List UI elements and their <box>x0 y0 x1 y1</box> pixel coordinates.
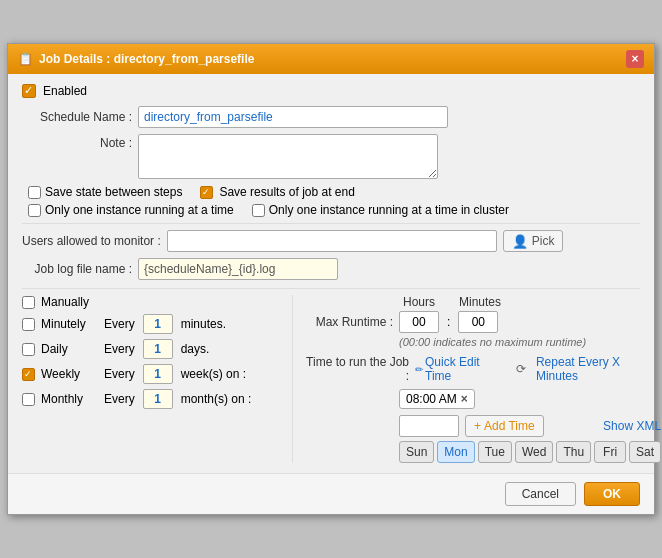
schedule-right: Hours Minutes Max Runtime : : (00:00 ind… <box>292 295 661 463</box>
daily-checkbox[interactable] <box>22 343 35 356</box>
runtime-hours-input[interactable] <box>399 311 439 333</box>
daily-every-input[interactable] <box>143 339 173 359</box>
monthly-label: Monthly <box>41 392 96 406</box>
runtime-minutes-input[interactable] <box>458 311 498 333</box>
repeat-label: Repeat Every X Minutes <box>536 355 620 383</box>
dialog-close-button[interactable]: × <box>626 50 644 68</box>
time-entry-value: 08:00 AM <box>406 392 457 406</box>
minutely-suffix: minutes. <box>181 317 226 331</box>
time-entries-container: 08:00 AM × <box>303 389 661 409</box>
day-button-sat[interactable]: Sat <box>629 441 661 463</box>
weekly-every-input[interactable] <box>143 364 173 384</box>
schedule-section: Manually Minutely Every minutes. Daily E… <box>22 295 640 463</box>
save-results-label: Save results of job at end <box>219 185 354 199</box>
day-button-fri[interactable]: Fri <box>594 441 626 463</box>
monthly-checkbox[interactable] <box>22 393 35 406</box>
minutely-checkbox[interactable] <box>22 318 35 331</box>
daily-row: Daily Every days. <box>22 339 282 359</box>
show-xml-label: Show XML <box>603 419 661 433</box>
checkboxes-row2: Only one instance running at a time Only… <box>22 203 640 217</box>
day-button-sun[interactable]: Sun <box>399 441 434 463</box>
person-icon: 👤 <box>512 234 528 249</box>
weekly-every-label: Every <box>104 367 135 381</box>
weekly-row: Weekly Every week(s) on : <box>22 364 282 384</box>
ok-button[interactable]: OK <box>584 482 640 506</box>
repeat-link[interactable]: Repeat Every X Minutes <box>536 355 661 383</box>
dialog-title: 📋 Job Details : directory_from_parsefile <box>18 52 254 66</box>
one-instance-item: Only one instance running at a time <box>28 203 234 217</box>
one-instance-cluster-checkbox[interactable] <box>252 204 265 217</box>
manually-row: Manually <box>22 295 282 309</box>
add-time-btn-label: Add Time <box>484 419 535 433</box>
add-time-row: + Add Time Show XML <box>303 415 661 437</box>
quick-edit-link[interactable]: ✏ Quick Edit Time <box>415 355 506 383</box>
enabled-row: Enabled <box>22 84 640 98</box>
log-file-label: Job log file name : <box>22 262 132 276</box>
dialog-titlebar: 📋 Job Details : directory_from_parsefile… <box>8 44 654 74</box>
minutes-col-header: Minutes <box>459 295 499 309</box>
save-results-item: Save results of job at end <box>200 185 354 199</box>
time-run-row: Time to run the Job : ✏ Quick Edit Time … <box>303 355 661 383</box>
pick-label: Pick <box>532 234 555 248</box>
pick-button[interactable]: 👤 Pick <box>503 230 564 252</box>
manually-label: Manually <box>41 295 96 309</box>
minutely-every-input[interactable] <box>143 314 173 334</box>
day-button-thu[interactable]: Thu <box>556 441 591 463</box>
users-monitor-input[interactable] <box>167 230 497 252</box>
log-file-input[interactable] <box>138 258 338 280</box>
checkboxes-row1: Save state between steps Save results of… <box>22 185 640 199</box>
schedule-name-label: Schedule Name : <box>22 110 132 124</box>
dialog-title-text: Job Details : directory_from_parsefile <box>39 52 254 66</box>
daily-every-label: Every <box>104 342 135 356</box>
note-textarea[interactable] <box>138 134 438 179</box>
add-time-button[interactable]: + Add Time <box>465 415 544 437</box>
minutely-label: Minutely <box>41 317 96 331</box>
save-state-checkbox[interactable] <box>28 186 41 199</box>
minutely-every-label: Every <box>104 317 135 331</box>
time-entry-remove[interactable]: × <box>461 392 468 406</box>
time-run-label: Time to run the Job : <box>303 355 409 383</box>
weekly-check-icon <box>22 368 35 381</box>
max-runtime-label: Max Runtime : <box>303 315 393 329</box>
time-entry-tag: 08:00 AM × <box>399 389 475 409</box>
hours-col-header: Hours <box>399 295 439 309</box>
enabled-label: Enabled <box>43 84 87 98</box>
pencil-icon: ✏ <box>415 364 423 375</box>
save-results-check-icon <box>200 186 213 199</box>
add-time-input[interactable] <box>399 415 459 437</box>
daily-suffix: days. <box>181 342 210 356</box>
log-file-row: Job log file name : <box>22 258 640 280</box>
manually-checkbox[interactable] <box>22 296 35 309</box>
runtime-col-headers: Hours Minutes <box>303 295 661 309</box>
quick-edit-label: Quick Edit Time <box>425 355 506 383</box>
one-instance-label: Only one instance running at a time <box>45 203 234 217</box>
users-monitor-label: Users allowed to monitor : <box>22 234 161 248</box>
monthly-row: Monthly Every month(s) on : <box>22 389 282 409</box>
one-instance-cluster-item: Only one instance running at a time in c… <box>252 203 509 217</box>
show-xml-link[interactable]: Show XML <box>603 419 661 433</box>
job-details-dialog: 📋 Job Details : directory_from_parsefile… <box>7 43 655 515</box>
save-state-item: Save state between steps <box>28 185 182 199</box>
runtime-hint-text: (00:00 indicates no maximum runtime) <box>399 336 586 348</box>
note-row: Note : <box>22 134 640 179</box>
users-monitor-row: Users allowed to monitor : 👤 Pick <box>22 230 640 252</box>
plus-icon: + <box>474 419 481 433</box>
schedule-name-row: Schedule Name : <box>22 106 640 128</box>
weekly-suffix: week(s) on : <box>181 367 246 381</box>
title-icon: 📋 <box>18 52 33 66</box>
cancel-button[interactable]: Cancel <box>505 482 576 506</box>
schedule-left: Manually Minutely Every minutes. Daily E… <box>22 295 282 463</box>
runtime-hint: (00:00 indicates no maximum runtime) <box>303 335 661 349</box>
dialog-footer: Cancel OK <box>8 473 654 514</box>
monthly-suffix: month(s) on : <box>181 392 252 406</box>
day-button-tue[interactable]: Tue <box>478 441 512 463</box>
minutely-row: Minutely Every minutes. <box>22 314 282 334</box>
schedule-name-input[interactable] <box>138 106 448 128</box>
one-instance-cluster-label: Only one instance running at a time in c… <box>269 203 509 217</box>
monthly-every-input[interactable] <box>143 389 173 409</box>
one-instance-checkbox[interactable] <box>28 204 41 217</box>
day-button-mon[interactable]: Mon <box>437 441 474 463</box>
max-runtime-row: Max Runtime : : <box>303 311 661 333</box>
day-button-wed[interactable]: Wed <box>515 441 553 463</box>
day-buttons: SunMonTueWedThuFriSat <box>303 441 661 463</box>
